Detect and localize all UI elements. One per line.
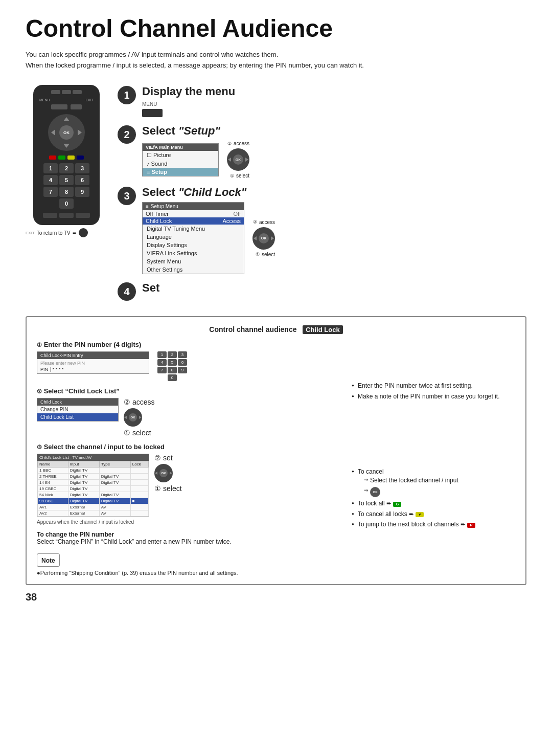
mini-5[interactable]: 5: [168, 359, 177, 366]
red-button[interactable]: [49, 155, 56, 160]
pin-placeholder: Please enter new PIN: [40, 361, 146, 366]
num-4[interactable]: 4: [43, 175, 58, 185]
table-row: AV2ExternalAV: [38, 510, 149, 517]
yellow-button[interactable]: [67, 155, 75, 160]
pin-label: PIN: [40, 367, 48, 372]
step-3-circle: 3: [118, 187, 136, 205]
remote-top-row: [51, 90, 82, 94]
menu-sound: ♪ Sound: [143, 160, 218, 168]
diagram-section: MENU EXIT OK: [26, 85, 526, 301]
menu-setup: ≡ Setup: [143, 168, 218, 176]
return-to-tv: EXIT To return to TV ➨: [26, 228, 107, 237]
setup-icon: ≡: [146, 204, 149, 209]
lock-all-row: To lock all ➨ G: [352, 499, 515, 508]
ok-lower-center-3: OK: [159, 469, 168, 477]
num-0[interactable]: 0: [59, 198, 74, 209]
child-lock-list-item: Child Lock List: [37, 413, 118, 421]
sub-step-1: ① Enter the PIN number (4 digits) Child …: [37, 341, 341, 381]
step-3-content: Select "Child Lock" ≡ Setup Menu Off Tim…: [142, 186, 526, 274]
steps-area: 1 Display the menu MENU 2 Select "Setup"…: [118, 85, 526, 301]
bottom-btn-2[interactable]: [59, 213, 74, 218]
step-1-content: Display the menu MENU: [142, 85, 526, 117]
remote-btn-3: [73, 90, 82, 94]
next-block-row: To jump to the next block of channels ➨ …: [352, 520, 515, 529]
dpad-right[interactable]: [78, 129, 82, 136]
note-section: Note ●Performing “Shipping Condition” (p…: [37, 549, 341, 576]
sub-step-1-title: ① Enter the PIN number (4 digits): [37, 341, 341, 348]
remote-body: MENU EXIT OK: [33, 85, 100, 225]
bottom-buttons: [43, 213, 90, 218]
mini-1[interactable]: 1: [157, 351, 167, 358]
child-lock-list-title: Select “Child Lock List”: [44, 387, 120, 395]
ok-lower-left-2: [124, 416, 127, 419]
step-3-select-label: ① select: [256, 252, 275, 257]
red-btn-next: R: [467, 523, 475, 528]
exit-label-small: EXIT: [26, 231, 35, 235]
mini-6[interactable]: 6: [178, 359, 187, 366]
intro-text: You can lock specific programmes / AV in…: [26, 50, 526, 71]
change-pin-text: Select “Change PIN” in “Child Lock” and …: [37, 538, 232, 545]
dpad-up[interactable]: [63, 117, 70, 121]
dpad-down[interactable]: [63, 144, 70, 148]
mini-7[interactable]: 7: [157, 367, 167, 373]
bottom-btn-3[interactable]: [76, 213, 90, 218]
pin-entry-box: Child Lock-PIN Entry Please enter new PI…: [37, 351, 149, 374]
sub-step3-row: Child’s Lock List - TV and AV Name Input…: [37, 454, 341, 525]
remote-btn-2: [62, 90, 71, 94]
mini-0[interactable]: 0: [168, 374, 177, 381]
step3-set: ② set: [154, 454, 182, 462]
exit-button[interactable]: [71, 104, 82, 109]
step-1: 1 Display the menu MENU: [118, 85, 526, 117]
channel-table-section: Child’s Lock List - TV and AV Name Input…: [37, 454, 149, 525]
bottom-btn-1[interactable]: [43, 213, 57, 218]
step-1-title: Display the menu: [142, 85, 526, 98]
table-row: 99 BBCDigital TVDigital TV■: [38, 498, 149, 504]
cancel-section: To cancel Select the locked channel / in…: [352, 468, 515, 529]
dtv-tuning: Digital TV Tuning Menu: [143, 225, 244, 233]
color-buttons: [49, 155, 84, 160]
table-row: 14 E4Digital TVDigital TV: [38, 480, 149, 486]
mini-3[interactable]: 3: [178, 351, 187, 358]
channel-table: Name Input Type Lock 1 BBCDigital TV 2 T…: [37, 461, 149, 517]
ok-right-arrow: [245, 158, 248, 162]
exit-label: EXIT: [85, 98, 94, 102]
num-6[interactable]: 6: [75, 175, 89, 185]
ok-button[interactable]: OK: [59, 125, 74, 140]
table-row: 2 THREEDigital TVDigital TV: [38, 474, 149, 480]
step2-ok: OK: [124, 408, 142, 427]
step-2-access-text: access: [234, 141, 249, 146]
mini-4[interactable]: 4: [157, 359, 167, 366]
num-5[interactable]: 5: [59, 175, 74, 185]
page-title: Control Channel Audience: [26, 15, 526, 42]
step-2-select-label: ① select: [230, 173, 249, 179]
green-button[interactable]: [58, 155, 65, 160]
step-1-circle: 1: [118, 86, 136, 104]
num-2[interactable]: 2: [59, 163, 74, 173]
step-3-access-label: ② access: [253, 219, 275, 225]
bullet-1: Enter the PIN number twice at first sett…: [352, 382, 515, 390]
ok-right-arrow-3: [271, 236, 274, 240]
blue-button[interactable]: [77, 155, 84, 160]
return-to-tv-text: To return to TV: [37, 230, 71, 236]
step-3-ok-wrap: ② access OK ① select: [252, 219, 275, 257]
col-lock: Lock: [130, 461, 148, 468]
page-number: 38: [26, 591, 526, 603]
num-3[interactable]: 3: [75, 163, 89, 173]
col-type: Type: [99, 461, 130, 468]
num-9[interactable]: 9: [75, 187, 89, 197]
num-8[interactable]: 8: [59, 187, 74, 197]
menu-button[interactable]: [51, 104, 67, 109]
lower-header-text: Control channel audience: [209, 325, 296, 333]
ok-center-3: OK: [259, 233, 269, 243]
col-name: Name: [38, 461, 68, 468]
mini-9[interactable]: 9: [178, 367, 187, 373]
channel-table-wrap: Child’s Lock List - TV and AV Name Input…: [37, 454, 149, 517]
lower-panel: Control channel audience Child Lock ① En…: [26, 316, 526, 585]
step-2-circle: 2: [118, 125, 136, 144]
mini-8[interactable]: 8: [168, 367, 177, 373]
mini-2[interactable]: 2: [168, 351, 177, 358]
step-2: 2 Select "Setup" VIEfA Main Menu ☐ Pictu…: [118, 124, 526, 179]
num-7[interactable]: 7: [43, 187, 58, 197]
num-1[interactable]: 1: [43, 163, 58, 173]
dpad-left[interactable]: [51, 129, 55, 136]
